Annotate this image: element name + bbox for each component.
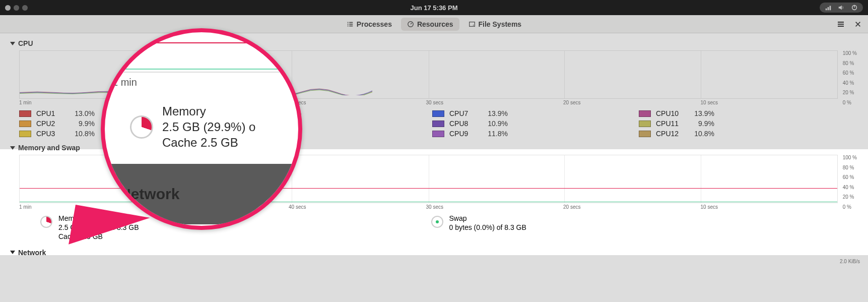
cpu-color-swatch: [639, 131, 651, 137]
cpu-name: CPU2: [36, 119, 61, 128]
header-bar: Processes Resources File Systems: [0, 15, 868, 33]
hamburger-menu-button[interactable]: [835, 18, 847, 30]
cpu-legend-row: CPU29.9%: [19, 119, 95, 128]
cpu-percent: 13.0%: [66, 109, 95, 117]
cpu-name: CPU1: [36, 109, 61, 117]
memory-graph: [19, 155, 838, 203]
view-switcher: Processes Resources File Systems: [341, 18, 527, 31]
clock[interactable]: Jun 17 5:36 PM: [411, 4, 458, 12]
cpu-graph: [19, 50, 838, 99]
cpu-percent: 10.8%: [273, 109, 301, 117]
svg-rect-16: [838, 26, 844, 27]
cpu-name: CPU12: [656, 130, 681, 138]
cpu-name: CPU3: [36, 130, 61, 138]
cpu-color-swatch: [226, 131, 238, 137]
cpu-color-swatch: [639, 110, 651, 117]
list-icon: [347, 21, 354, 28]
cpu-legend-row: CPU1210.8%: [639, 130, 714, 138]
cpu-legend-row: CPU1013.9%: [639, 109, 714, 117]
svg-rect-14: [838, 22, 844, 23]
cpu-percent: 9.9%: [66, 119, 95, 128]
memory-y-axis: 100 % 80 % 60 % 40 % 20 % 0 %: [843, 155, 857, 210]
cpu-x-axis: 1 min 50 secs 40 secs 30 secs 20 secs 10…: [19, 100, 838, 105]
memory-section-header[interactable]: Memory and Swap: [10, 141, 858, 155]
tab-resources[interactable]: Resources: [401, 18, 459, 31]
network-section: Network 2.0 KiB/s: [0, 246, 868, 260]
svg-rect-2: [830, 6, 831, 11]
memory-pie-icon: [40, 216, 52, 228]
cpu-name: CPU4: [243, 109, 268, 117]
window-dot[interactable]: [5, 5, 11, 11]
network-y-label: 2.0 KiB/s: [840, 259, 860, 264]
cpu-color-swatch: [432, 110, 444, 117]
volume-icon[interactable]: [838, 4, 845, 11]
cpu-section-header[interactable]: CPU: [10, 36, 858, 50]
cpu-percent: 10.8%: [686, 130, 714, 138]
tab-label: Processes: [357, 20, 392, 28]
cpu-legend-row: CPU310.8%: [19, 130, 95, 138]
power-icon[interactable]: [851, 4, 858, 11]
swap-pie-icon: [431, 216, 443, 228]
memory-graph-wrap: 100 % 80 % 60 % 40 % 20 % 0 % 1 min 50 s…: [19, 155, 838, 210]
cpu-percent: 12.7%: [273, 130, 301, 138]
cpu-legend-row: CPU410.8%: [226, 109, 301, 117]
disk-icon: [469, 21, 476, 28]
cpu-name: CPU6: [243, 130, 268, 138]
chevron-down-icon: [10, 42, 15, 45]
cpu-percent: 10.8%: [66, 130, 95, 138]
cpu-color-swatch: [19, 110, 31, 117]
svg-rect-5: [348, 22, 349, 23]
cpu-legend-row: CPU911.8%: [432, 130, 508, 138]
tab-label: Resources: [417, 20, 453, 28]
cpu-color-swatch: [432, 131, 444, 137]
network-icon[interactable]: [825, 4, 832, 11]
cpu-name: CPU8: [449, 119, 475, 128]
window-dot[interactable]: [14, 5, 19, 11]
cpu-percent: 10.9%: [273, 119, 301, 128]
cpu-percent: 13.9%: [480, 109, 508, 117]
memory-legend: Memory 2.5 GB (29.9%) of 8.3 GB Cache 2.…: [40, 214, 858, 241]
svg-rect-15: [838, 24, 844, 25]
swap-usage: 0 bytes (0.0%) of 8.3 GB: [449, 223, 526, 232]
cpu-name: CPU5: [243, 119, 268, 128]
cpu-legend-row: CPU510.9%: [226, 119, 301, 128]
system-tray[interactable]: [820, 3, 863, 13]
memory-legend-item: Memory 2.5 GB (29.9%) of 8.3 GB Cache 2.…: [40, 214, 139, 241]
cpu-color-swatch: [639, 120, 651, 127]
cpu-color-swatch: [432, 120, 444, 127]
cpu-legend-row: CPU810.9%: [432, 119, 508, 128]
cpu-lines: [20, 88, 372, 95]
network-section-header[interactable]: Network: [10, 246, 858, 260]
cpu-color-swatch: [226, 120, 238, 127]
svg-rect-0: [826, 9, 827, 11]
dim-overlay-bottom: [0, 255, 868, 302]
cpu-legend-row: CPU713.9%: [432, 109, 508, 117]
cpu-legend: CPU113.0%CPU29.9%CPU310.8%CPU410.8%CPU51…: [19, 109, 858, 138]
cpu-color-swatch: [19, 120, 31, 127]
section-title: Network: [18, 249, 46, 257]
close-icon: [854, 21, 861, 28]
tab-processes[interactable]: Processes: [341, 18, 398, 31]
tab-filesystems[interactable]: File Systems: [462, 18, 528, 31]
window-dot[interactable]: [22, 5, 28, 11]
memory-cache: Cache 2.5 GB: [58, 232, 139, 241]
gauge-icon: [407, 21, 414, 28]
swap-legend-item: Swap 0 bytes (0.0%) of 8.3 GB: [431, 214, 526, 232]
svg-rect-9: [348, 25, 349, 26]
chevron-down-icon: [10, 146, 15, 150]
cpu-name: CPU10: [656, 109, 681, 117]
memory-x-axis: 1 min 50 secs 40 secs 30 secs 20 secs 10…: [19, 204, 838, 210]
svg-rect-12: [469, 22, 475, 26]
cpu-color-swatch: [226, 110, 238, 117]
window-controls[interactable]: [5, 5, 28, 11]
cpu-percent: 13.9%: [686, 109, 714, 117]
swap-label: Swap: [449, 214, 526, 223]
swap-line: [20, 202, 837, 202]
svg-rect-10: [349, 25, 353, 26]
memory-line: [20, 188, 837, 189]
cpu-percent: 10.9%: [480, 119, 508, 128]
cpu-color-swatch: [19, 131, 31, 137]
section-title: Memory and Swap: [18, 144, 80, 152]
cpu-section: CPU 100 % 80 % 60 % 40 % 20 % 0 % 1 min …: [0, 36, 868, 138]
close-button[interactable]: [852, 18, 864, 30]
